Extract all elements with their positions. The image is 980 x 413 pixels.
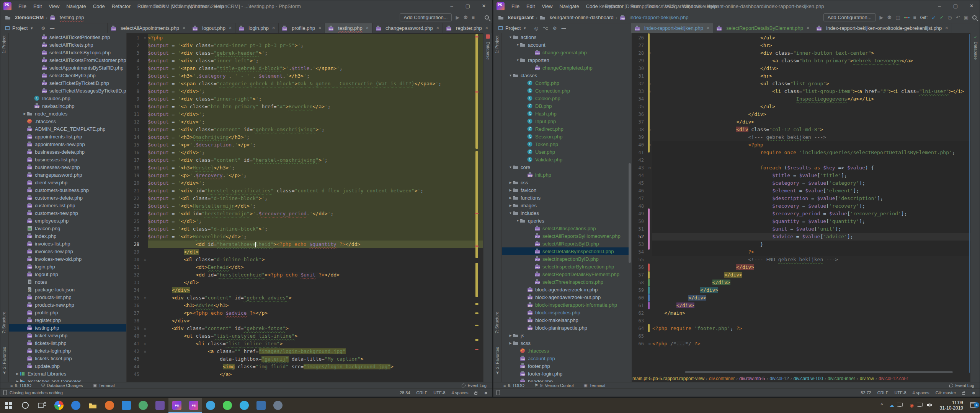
chevron-right-icon[interactable]: ▶ — [508, 204, 513, 207]
menu-code[interactable]: Code — [583, 2, 601, 10]
editor-line-30[interactable]: 30</div> — [632, 65, 970, 72]
chevron-down-icon[interactable]: ▼ — [508, 211, 513, 215]
tree-item-header.php[interactable]: PHPheader.php — [502, 377, 631, 382]
tree-item-Validate.php[interactable]: CValidate.php — [502, 156, 631, 163]
close-tab-icon[interactable]: ✕ — [182, 26, 186, 31]
editor-line-26[interactable]: 26</ul> — [632, 34, 970, 42]
tree-item-account[interactable]: ▼account — [502, 41, 631, 49]
search-everywhere-icon[interactable] — [485, 15, 489, 20]
chevron-down-icon[interactable]: ▼ — [508, 36, 513, 39]
tree-item-selectAllReportsByID.php[interactable]: PHPselectAllReportsByID.php — [502, 240, 631, 247]
settings-gear-icon[interactable]: ⚙ — [41, 26, 45, 31]
editor-line-40[interactable]: 40⊟<?php — [632, 141, 970, 149]
chevron-right-icon[interactable]: ▶ — [508, 334, 513, 337]
chevron-right-icon[interactable]: ▶ — [508, 196, 513, 200]
tree-item-selectThreeInspections.php[interactable]: PHPselectThreeInspections.php — [502, 278, 631, 286]
git-commit-icon[interactable]: ✓ — [940, 15, 944, 20]
tree-item-scss[interactable]: ▶scss — [502, 339, 631, 347]
editor-line-28[interactable]: 28⊟<div class="inner-button text-center"… — [632, 49, 970, 57]
breadcrumb-item[interactable]: PHPtesting.php — [50, 15, 84, 20]
app-telegram[interactable] — [236, 398, 253, 413]
editor-tab-register.php[interactable]: PHPregister.php✕ — [443, 23, 492, 33]
readonly-lock-icon[interactable] — [474, 392, 477, 395]
editor-line-32[interactable]: 32<dd id="hersteleenheid"><?php echo $un… — [127, 271, 483, 279]
editor-line-41[interactable]: 41require_once 'includes/queries/selectR… — [632, 149, 970, 156]
tree-item-account.php[interactable]: PHPaccount.php — [502, 354, 631, 362]
tree-item-includes[interactable]: ▼includes — [502, 209, 631, 217]
line-separator[interactable]: CRLF — [877, 390, 889, 395]
editor-tab-selectReportDetailsByElement.php[interactable]: PHPselectReportDetailsByElement.php✕ — [713, 23, 813, 33]
tree-item-employees.php[interactable]: PHPemployees.php — [9, 217, 126, 224]
tree-item-businesses-delete.php[interactable]: PHPbusinesses-delete.php — [9, 148, 126, 156]
tree-item-Redirect.php[interactable]: CRedirect.php — [502, 125, 631, 133]
close-tab-icon[interactable]: ✕ — [366, 26, 369, 31]
git-branch[interactable]: Git: master — [936, 390, 956, 395]
menu-tools[interactable]: Tools — [150, 2, 168, 10]
tool-window-button-9: Version Control[interactable]: ⚑9: Version Control — [534, 383, 573, 388]
editor-line-5[interactable]: 5$output = '<span class="title-gebrek d-… — [127, 65, 483, 72]
editor-line-44[interactable]: 44$title = $value['title']; — [632, 172, 970, 179]
git-rollback-icon[interactable]: ↶ — [956, 15, 960, 20]
tree-item-DB.php[interactable]: CDB.php — [502, 102, 631, 110]
tree-item-images[interactable]: ▶images — [502, 202, 631, 209]
editor-line-44[interactable]: 44<img class="img-fluid" src="images/log… — [127, 363, 483, 371]
git-history-icon[interactable]: ◷ — [947, 15, 952, 20]
menu-edit[interactable]: Edit — [523, 2, 538, 10]
event-log-button[interactable]: Event Log — [949, 383, 974, 388]
start-button[interactable] — [0, 398, 17, 413]
close-tab-icon[interactable]: ✕ — [318, 26, 322, 31]
debug-icon[interactable]: ⚉ — [463, 15, 468, 20]
tree-item-footer.php[interactable]: PHPfooter.php — [502, 362, 631, 370]
tree-item-block-agendaverzoek-out.php[interactable]: PHPblock-agendaverzoek-out.php — [502, 293, 631, 301]
editor-line-9[interactable]: 9$output = '<div class="inner-right">'; — [127, 95, 483, 103]
maximize-button[interactable]: ▢ — [460, 0, 476, 11]
task-view-button[interactable] — [34, 398, 51, 413]
editor-line-43[interactable]: 43data-lightbox="galerij" data-title="My… — [127, 355, 483, 363]
tree-item-selectTicketMessagesByTicketID.php[interactable]: PHPselectTicketMessagesByTicketID.php — [9, 87, 126, 94]
close-tab-icon[interactable]: ✕ — [272, 26, 275, 31]
editor-line-29[interactable]: 29</dl> — [127, 248, 483, 256]
tree-item-footer-login.php[interactable]: PHPfooter-login.php — [502, 370, 631, 377]
tree-item-client-view.php[interactable]: PHPclient-view.php — [9, 179, 126, 186]
menu-help[interactable]: Help — [211, 2, 227, 10]
chevron-down-icon[interactable]: ▼ — [508, 74, 513, 77]
editor-line-8[interactable]: 8$output = '</div>'; — [127, 88, 483, 95]
editor-line-24[interactable]: 24$output = '<dd id="hersteltermijn">'.$… — [127, 210, 483, 218]
tree-item-Cookie.php[interactable]: CCookie.php — [502, 94, 631, 102]
tree-item-selectAllTicketsFromCustomer.php[interactable]: PHPselectAllTicketsFromCustomer.php — [9, 56, 126, 64]
app-phpstorm-2[interactable]: PS — [185, 398, 202, 413]
tree-item-selectReportDetailsByElement.php[interactable]: PHPselectReportDetailsByElement.php — [502, 270, 631, 278]
editor-line-36[interactable]: 36</div> — [632, 111, 970, 118]
maximize-button[interactable]: ▢ — [947, 0, 964, 11]
editor-line-36[interactable]: 36<h3>Advies</h3> — [127, 302, 483, 309]
app-vscode[interactable] — [118, 398, 135, 413]
tree-item-queries[interactable]: ▼queries — [502, 217, 631, 224]
editor-line-20[interactable]: 20$output = '</div>'; — [127, 179, 483, 187]
editor-line-25[interactable]: 25$output = '</dl>'; — [127, 218, 483, 225]
indent-size[interactable]: 4 spaces — [451, 390, 468, 395]
tree-item-selectInspectionByID.php[interactable]: PHPselectInspectionByID.php — [502, 255, 631, 263]
tree-item-block-inspectierapport-informatie.php[interactable]: PHPblock-inspectierapport-informatie.php — [502, 301, 631, 309]
project-pane-header[interactable]: Project ▼ ◎⌥⚙— — [493, 23, 631, 33]
editor-line-30[interactable]: 30⊟<dl class="d-inline-block"> — [127, 256, 483, 263]
fold-marker[interactable]: ⊟ — [142, 332, 148, 340]
tool-button-structure[interactable]: 7: Structure — [2, 312, 6, 333]
tool-window-button-Database Changes[interactable]: ⛁Database Changes — [41, 383, 83, 388]
menu-refactor[interactable]: Refactor — [602, 2, 627, 10]
search-everywhere-icon[interactable] — [972, 15, 977, 20]
breadcrumb-item[interactable]: keurgarant — [498, 15, 534, 20]
tree-item-ticket-view.php[interactable]: PHPticket-view.php — [9, 332, 126, 339]
hector-icon[interactable]: ☻ — [971, 390, 976, 395]
code-editor[interactable]: 25</li>26</ul>27<hr>28⊟<div class="inner… — [632, 33, 970, 382]
readonly-lock-icon[interactable] — [962, 392, 965, 395]
tree-item-init.php[interactable]: PHPinit.php — [502, 171, 631, 179]
editor-tab-selectAllAppointments.php[interactable]: PHPselectAllAppointments.php✕ — [108, 23, 189, 33]
editor-line-22[interactable]: 22$output = '<dl class="d-inline-block">… — [127, 195, 483, 202]
tree-item-Hash.php[interactable]: CHash.php — [502, 110, 631, 117]
editor-line-34[interactable]: 34Inspectiegegevens</a></li> — [632, 95, 970, 103]
editor-line-31[interactable]: 31<hr> — [632, 72, 970, 80]
locate-icon[interactable]: ◎ — [534, 26, 538, 31]
editor-line-32[interactable]: 32⊟<ul class="list-group"> — [632, 80, 970, 88]
tray-cloud-icon[interactable]: ☁ — [887, 403, 897, 408]
line-separator[interactable]: CRLF — [416, 390, 427, 395]
